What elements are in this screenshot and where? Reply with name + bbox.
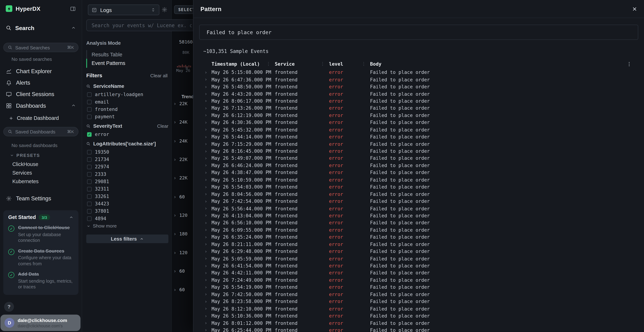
get-started-header[interactable]: Get Started 3/3 — [8, 214, 74, 220]
checkbox[interactable] — [87, 114, 92, 119]
expand-chevron-icon[interactable]: › — [199, 106, 212, 111]
checkbox[interactable] — [87, 216, 92, 221]
event-row[interactable]: › May 26 7:42:54.000 PM frontend error F… — [199, 198, 638, 205]
event-row[interactable]: › May 26 5:54:03.000 PM frontend error F… — [199, 183, 638, 190]
filter-option[interactable]: frontend — [86, 106, 168, 113]
expand-chevron-icon[interactable]: › — [199, 77, 212, 82]
expand-chevron-icon[interactable]: › — [199, 284, 212, 290]
expand-chevron-icon[interactable]: › — [199, 227, 212, 232]
checkbox[interactable] — [87, 172, 92, 176]
event-row[interactable]: › May 26 4:38:47.000 PM frontend error F… — [199, 169, 638, 176]
checkbox[interactable] — [87, 209, 92, 213]
filter-option[interactable]: 4894 — [86, 215, 168, 222]
event-row[interactable]: › May 26 7:15:29.000 PM frontend error F… — [199, 140, 638, 148]
presets-toggle[interactable]: PRESETS — [0, 148, 82, 159]
event-row[interactable]: › May 26 4:43:20.000 PM frontend error F… — [199, 90, 638, 98]
event-row[interactable]: › May 26 6:35:24.000 PM frontend error F… — [199, 234, 638, 240]
expand-chevron-icon[interactable]: › — [199, 263, 212, 268]
event-row[interactable]: › May 26 7:42:50.000 PM frontend error F… — [199, 291, 638, 298]
sidebar-item-team-settings[interactable]: Team Settings — [0, 193, 82, 204]
expand-chevron-icon[interactable]: › — [199, 120, 212, 125]
event-row[interactable]: › May 26 8:01:12.000 PM frontend error F… — [199, 320, 638, 327]
expand-chevron-icon[interactable]: › — [174, 176, 176, 181]
event-row[interactable]: › May 26 4:13:04.000 PM frontend error F… — [199, 212, 638, 219]
expand-chevron-icon[interactable]: › — [174, 101, 176, 106]
checkbox[interactable] — [87, 132, 92, 136]
filter-option[interactable]: 21734 — [86, 156, 168, 163]
checkbox[interactable] — [87, 150, 92, 154]
event-row[interactable]: › May 26 4:42:11.000 PM frontend error F… — [199, 270, 638, 276]
source-settings-gear-icon[interactable] — [161, 6, 168, 13]
expand-chevron-icon[interactable]: › — [174, 157, 176, 162]
column-level[interactable]: level ⋮ — [329, 61, 370, 68]
preset-kubernetes[interactable]: Kubernetes — [0, 176, 82, 184]
expand-chevron-icon[interactable]: › — [199, 184, 212, 190]
checkbox[interactable] — [87, 202, 92, 206]
clear-all-filters-button[interactable]: Clear all — [150, 73, 168, 78]
expand-chevron-icon[interactable]: › — [174, 213, 176, 218]
event-row[interactable]: › May 26 8:16:45.000 PM frontend error F… — [199, 148, 638, 155]
sidebar-toggle-icon[interactable] — [70, 6, 76, 12]
checkbox[interactable] — [87, 157, 92, 162]
expand-chevron-icon[interactable]: › — [174, 194, 176, 200]
expand-chevron-icon[interactable]: › — [199, 98, 212, 104]
expand-chevron-icon[interactable]: › — [199, 148, 212, 154]
event-row[interactable]: › May 26 5:10:36.000 PM frontend error F… — [199, 312, 638, 320]
checkbox[interactable] — [87, 164, 92, 169]
close-icon[interactable]: ✕ — [632, 6, 637, 12]
get-started-step[interactable]: ✓ Add Data Start sending logs, metrics, … — [8, 271, 74, 290]
filter-option[interactable]: payment — [86, 113, 168, 120]
create-dashboard-button[interactable]: Create Dashboard — [0, 111, 82, 123]
expand-chevron-icon[interactable]: › — [199, 198, 212, 204]
filter-group-header[interactable]: ServiceName — [86, 83, 168, 89]
expand-chevron-icon[interactable]: › — [174, 120, 176, 125]
analysis-mode-option[interactable]: Results Table — [86, 50, 168, 59]
column-body[interactable]: Body — [370, 61, 638, 68]
show-more-button[interactable]: Show more — [86, 224, 168, 228]
preset-services[interactable]: Services — [0, 167, 82, 176]
sidebar-item-client-sessions[interactable]: Client Sessions — [0, 88, 82, 100]
expand-chevron-icon[interactable]: › — [199, 278, 212, 283]
event-row[interactable]: › May 26 5:56:44.000 PM frontend error F… — [199, 205, 638, 212]
expand-chevron-icon[interactable]: › — [174, 138, 176, 144]
checkbox[interactable] — [87, 107, 92, 112]
event-row[interactable]: › May 26 6:25:44.000 PM frontend error F… — [199, 327, 638, 332]
expand-chevron-icon[interactable]: › — [199, 192, 212, 197]
event-row[interactable]: › May 26 6:46:24.000 PM frontend error F… — [199, 162, 638, 169]
event-row[interactable]: › May 26 5:10:59.000 PM frontend error F… — [199, 176, 638, 183]
expand-chevron-icon[interactable]: › — [199, 306, 212, 312]
filter-group-header[interactable]: LogAttributes['cache.size'] — [86, 141, 168, 147]
expand-chevron-icon[interactable]: › — [199, 234, 212, 240]
event-row[interactable]: › May 26 8:12:10.000 PM frontend error F… — [199, 305, 638, 312]
checkbox[interactable] — [87, 186, 92, 191]
get-started-step[interactable]: ✓ Create Data Sources Configure where yo… — [8, 248, 74, 267]
expand-chevron-icon[interactable]: › — [199, 177, 212, 182]
event-row[interactable]: › May 26 5:48:50.000 PM frontend error F… — [199, 83, 638, 90]
filter-option[interactable]: 22974 — [86, 163, 168, 170]
chevron-up-icon[interactable] — [71, 26, 76, 30]
event-row[interactable]: › May 26 8:04:56.000 PM frontend error F… — [199, 190, 638, 198]
event-row[interactable]: › May 26 8:21:11.000 PM frontend error F… — [199, 240, 638, 248]
sidebar-item-alerts[interactable]: Alerts — [0, 77, 82, 88]
analysis-mode-option[interactable]: Event Patterns — [86, 59, 168, 68]
chevron-up-icon[interactable] — [69, 215, 74, 220]
column-timestamp[interactable]: Timestamp (Local) ⋮ — [212, 61, 275, 68]
expand-chevron-icon[interactable]: › — [199, 206, 212, 211]
event-row[interactable]: › May 26 6:41:54.000 PM frontend error F… — [199, 262, 638, 270]
saved-dashboards-input[interactable]: Saved Dashboards ⌘K — [3, 127, 78, 136]
event-row[interactable]: › May 26 6:56:10.000 PM frontend error F… — [199, 219, 638, 226]
filter-option[interactable]: email — [86, 98, 168, 106]
expand-chevron-icon[interactable]: › — [199, 213, 212, 218]
expand-chevron-icon[interactable]: › — [174, 250, 176, 256]
event-row[interactable]: › May 26 5:45:32.000 PM frontend error F… — [199, 126, 638, 133]
saved-searches-input[interactable]: Saved Searches ⌘K — [3, 43, 78, 52]
chevron-up-icon[interactable] — [71, 103, 76, 108]
checkbox[interactable] — [87, 179, 92, 184]
sidebar-item-chart-explorer[interactable]: Chart Explorer — [0, 65, 82, 77]
event-row[interactable]: › May 26 6:47:36.000 PM frontend error F… — [199, 76, 638, 83]
expand-chevron-icon[interactable]: › — [174, 269, 176, 274]
event-row[interactable]: › May 26 7:13:26.000 PM frontend error F… — [199, 105, 638, 112]
filter-option[interactable]: error — [86, 130, 168, 138]
source-select[interactable]: Logs — [88, 4, 159, 15]
event-row[interactable]: › May 26 7:24:49.000 PM frontend error F… — [199, 276, 638, 284]
